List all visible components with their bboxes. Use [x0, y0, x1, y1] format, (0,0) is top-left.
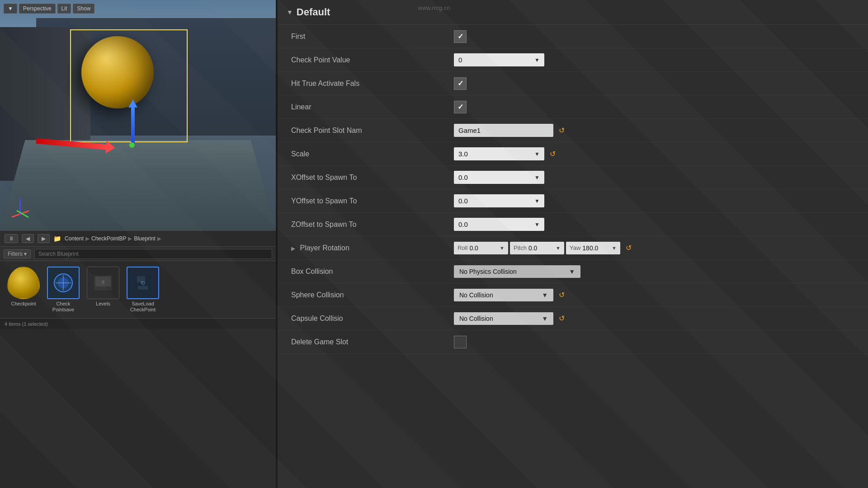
yaw-arrow: ▼ [612, 245, 617, 251]
status-text: 4 items (1 selected) [5, 321, 48, 327]
xoffset-arrow: ▼ [534, 174, 540, 181]
green-pivot-dot [129, 142, 135, 148]
prop-value-slot-name: ↺ [449, 120, 868, 141]
rotation-reset-icon[interactable]: ↺ [626, 244, 632, 252]
lit-button[interactable]: Lit [57, 4, 71, 14]
prop-value-zoffset: 0.0 ▼ [449, 214, 868, 235]
prop-value-capsule-collision: No Collision ▼ ↺ [449, 309, 868, 328]
sphere-collision-value: No Collision [459, 291, 493, 299]
sphere-collision-reset-icon[interactable]: ↺ [559, 291, 565, 299]
roll-value: 0.0 [469, 244, 478, 252]
prop-value-scale: 3.0 ▼ ↺ [449, 144, 868, 164]
content-browser-toolbar: Filters ▾ [0, 247, 276, 261]
properties-table: First Check Point Value 0 ▼ Hit True Act… [278, 25, 868, 354]
viewport-menu-arrow: ▼ [8, 5, 13, 12]
left-panel: ▼ Perspective Lit Show [0, 0, 276, 488]
sphere-collision-dropdown[interactable]: No Collision ▼ [454, 289, 553, 301]
show-button[interactable]: Show [73, 4, 94, 14]
forward-button[interactable]: ▶ [38, 234, 50, 243]
search-input[interactable] [34, 249, 272, 259]
asset-item-saveload[interactable]: f() SaveLoad CheckPoint [125, 267, 161, 313]
capsule-collision-value: No Collision [459, 315, 493, 322]
prop-value-delete-game-slot [449, 332, 868, 352]
breadcrumb-sep1: ▶ [85, 235, 90, 242]
box-collision-arrow: ▼ [569, 268, 575, 275]
prop-value-checkpoint-value: 0 ▼ [449, 50, 868, 70]
prop-row-checkpoint-value: Check Point Value 0 ▼ [278, 48, 868, 72]
svg-text:f(): f() [141, 281, 145, 285]
box-collision-dropdown[interactable]: No Physics Collision ▼ [454, 265, 580, 278]
asset-item-levels[interactable]: ≡ Levels [85, 267, 121, 313]
prop-row-first: First [278, 25, 868, 48]
back-button[interactable]: ◀ [22, 234, 34, 243]
prop-label-sphere-collision: Sphere Collision [278, 286, 449, 304]
breadcrumb-blueprint: Blueprint [134, 235, 155, 242]
zoffset-input[interactable]: 0.0 ▼ [454, 218, 544, 231]
prop-value-yoffset: 0.0 ▼ [449, 191, 868, 211]
prop-row-xoffset: XOffset to Spawn To 0.0 ▼ [278, 166, 868, 189]
selection-box [70, 29, 188, 142]
asset-thumb-saveload: f() [127, 267, 159, 299]
hit-true-checkbox[interactable] [454, 77, 467, 90]
roll-label: Roll [458, 244, 467, 251]
player-rotation-label: Player Rotation [300, 244, 349, 252]
linear-checkbox[interactable] [454, 101, 467, 113]
checkpoint-value-arrow: ▼ [534, 57, 540, 63]
prop-row-linear: Linear [278, 95, 868, 119]
breadcrumb-sep2: ▶ [128, 235, 132, 242]
prop-label-capsule-collision: Capsule Collisio [278, 310, 449, 327]
prop-value-first [449, 27, 868, 47]
prop-row-zoffset: ZOffset to Spawn To 0.0 ▼ [278, 213, 868, 236]
yaw-label: Yaw [570, 244, 580, 251]
pause-button[interactable]: ⏸ [5, 234, 18, 243]
prop-value-sphere-collision: No Collision ▼ ↺ [449, 285, 868, 305]
xoffset-value-display: 0.0 [458, 174, 468, 181]
xoffset-input[interactable]: 0.0 ▼ [454, 171, 544, 184]
section-header: ▼ Default [278, 0, 868, 25]
perspective-label: Perspective [23, 5, 52, 12]
viewport-menu-button[interactable]: ▼ [4, 4, 17, 14]
rotation-expand-arrow[interactable]: ▶ [291, 245, 295, 252]
slot-name-reset-icon[interactable]: ↺ [559, 126, 565, 135]
yoffset-input[interactable]: 0.0 ▼ [454, 194, 544, 207]
prop-value-box-collision: No Physics Collision ▼ [449, 262, 868, 282]
sphere-collision-arrow: ▼ [542, 291, 548, 299]
slot-name-input[interactable] [454, 124, 553, 137]
prop-row-scale: Scale 3.0 ▼ ↺ [278, 142, 868, 166]
prop-row-box-collision: Box Collision No Physics Collision ▼ [278, 260, 868, 283]
prop-row-yoffset: YOffset to Spawn To 0.0 ▼ [278, 189, 868, 213]
scale-reset-icon[interactable]: ↺ [550, 150, 556, 158]
section-collapse-arrow[interactable]: ▼ [287, 9, 293, 16]
breadcrumb-content: Content [65, 235, 84, 242]
prop-label-yoffset: YOffset to Spawn To [278, 192, 449, 210]
zoffset-arrow: ▼ [534, 221, 540, 228]
asset-item-checkpointsave[interactable]: Check Pointsave [45, 267, 81, 313]
prop-row-capsule-collision: Capsule Collisio No Collision ▼ ↺ [278, 307, 868, 330]
viewport[interactable]: ▼ Perspective Lit Show [0, 0, 276, 230]
svg-text:≡: ≡ [101, 279, 104, 285]
perspective-button[interactable]: Perspective [19, 4, 56, 14]
status-bar: 4 items (1 selected) [0, 318, 276, 329]
checkpoint-value-input[interactable]: 0 ▼ [454, 53, 544, 66]
asset-thumb-checkpointsave [47, 267, 80, 299]
asset-label-checkpointsave: Check Pointsave [45, 301, 81, 313]
svg-rect-9 [138, 286, 148, 290]
prop-label-zoffset: ZOffset to Spawn To [278, 216, 449, 233]
yoffset-arrow: ▼ [534, 198, 540, 204]
asset-item-checkpoint[interactable]: Checkpoint [5, 267, 42, 313]
delete-game-slot-checkbox[interactable] [454, 336, 467, 348]
asset-label-levels: Levels [96, 301, 110, 307]
scene-floor [0, 140, 276, 230]
yoffset-value-display: 0.0 [458, 197, 468, 205]
filters-button[interactable]: Filters ▾ [4, 249, 31, 258]
roll-field[interactable]: Roll 0.0 ▼ [454, 242, 508, 254]
capsule-collision-dropdown[interactable]: No Collision ▼ [454, 312, 553, 325]
prop-label-hit-true: Hit True Activate Fals [278, 75, 449, 92]
capsule-collision-reset-icon[interactable]: ↺ [559, 314, 565, 323]
prop-value-hit-true [449, 74, 868, 94]
pitch-value: 0.0 [528, 244, 537, 252]
first-checkbox[interactable] [454, 30, 467, 43]
yaw-field[interactable]: Yaw 180.0 ▼ [566, 242, 620, 254]
scale-input[interactable]: 3.0 ▼ [454, 147, 544, 160]
pitch-field[interactable]: Pitch 0.0 ▼ [510, 242, 564, 254]
